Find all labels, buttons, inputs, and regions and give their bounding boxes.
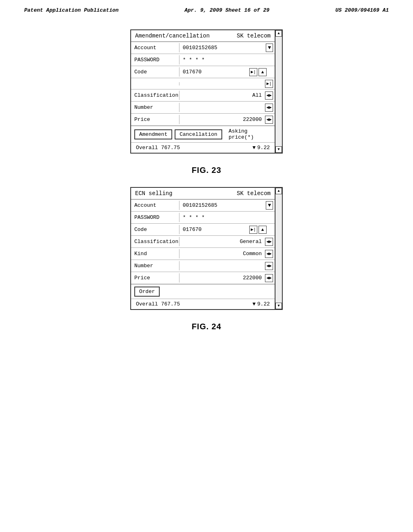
fig24-overall-right: ▼ 9.22 <box>252 301 270 307</box>
fig23-spacer-controls: ►| <box>265 80 275 88</box>
fig23-account-dropdown[interactable]: ▼ <box>266 44 273 52</box>
fig23-brand: SK telecom <box>237 33 271 39</box>
fig24-account-row: Account 00102152685 ▼ <box>131 200 275 212</box>
fig23-classification-label: Classification <box>131 91 179 100</box>
fig23-password-value: * * * * <box>179 55 275 64</box>
fig24-overall-value: 9.22 <box>257 301 270 307</box>
fig24-number-row: Number ◄► <box>131 260 275 272</box>
fig23-classification-controls: ◄► <box>265 91 275 100</box>
fig23-overall-value: 9.22 <box>257 145 270 151</box>
fig23-scroll-up-btn[interactable]: ▲ <box>275 30 282 37</box>
fig24-code-skip-btn[interactable]: ►| <box>249 226 257 234</box>
fig24-code-row: Code 017670 ►| ▲ <box>131 224 275 236</box>
fig24-scroll-down-btn[interactable]: ▼ <box>275 303 282 309</box>
fig23-number-row: Number ◄► <box>131 102 275 114</box>
fig24-action-row: Order <box>131 284 275 299</box>
fig24-label: FIG. 24 <box>192 322 221 331</box>
fig24-classification-row: Classification General ◄► <box>131 236 275 248</box>
fig24-title: ECN selling <box>135 190 172 197</box>
fig24-scroll-up-btn[interactable]: ▲ <box>275 188 282 194</box>
fig23-classification-row: Classification All ◄► <box>131 89 275 102</box>
fig23-code-extras: ►| ▲ <box>249 68 267 76</box>
fig24-overall-down-icon: ▼ <box>252 301 256 307</box>
fig23-classification-value: All <box>179 91 265 100</box>
fig23-code-skip-btn[interactable]: ►| <box>249 68 257 76</box>
fig23-price-lr-btn[interactable]: ◄► <box>265 116 273 124</box>
fig24-classification-controls: ◄► <box>265 238 275 246</box>
fig24-account-label: Account <box>131 201 179 210</box>
header-left: Patent Application Publication <box>24 7 119 13</box>
fig23-spacer-right-btn[interactable]: ►| <box>265 80 273 88</box>
fig24-code-extras: ►| ▲ <box>249 226 267 234</box>
fig24-classification-lr-btn[interactable]: ◄► <box>265 238 273 246</box>
fig24-code-value: 017670 <box>179 225 249 234</box>
fig24-brand: SK telecom <box>237 190 271 197</box>
fig24-account-value: 00102152685 <box>179 201 266 210</box>
fig23-spacer-row: ►| <box>131 78 275 89</box>
fig23-scrollbar: ▲ ▼ <box>275 29 283 154</box>
fig24-price-controls: ◄► <box>265 274 275 282</box>
dropdown-arrow-icon: ▼ <box>268 45 271 51</box>
fig24-code-label: Code <box>131 225 179 234</box>
fig24-code-up-btn[interactable]: ▲ <box>259 226 267 234</box>
header-right: US 2009/094169 A1 <box>335 7 389 13</box>
fig23-account-row: Account 00102152685 ▼ <box>131 42 275 54</box>
fig23-overall-down-icon: ▼ <box>252 145 256 151</box>
fig24-number-lr-btn[interactable]: ◄► <box>265 262 273 270</box>
fig23-password-label: PASSWORD <box>131 55 179 64</box>
fig23-action-row: Amendment Cancellation Asking price(*) <box>131 126 275 143</box>
fig23-spacer-label <box>131 82 179 85</box>
fig23-number-value <box>179 106 265 109</box>
fig23-password-row: PASSWORD * * * * <box>131 54 275 66</box>
fig23-spacer-value <box>179 82 265 85</box>
fig24-kind-label: Kind <box>131 249 179 258</box>
fig23-overall-row: Overall 767.75 ▼ 9.22 <box>131 143 275 153</box>
fig24-account-controls: ▼ <box>266 201 275 210</box>
fig24-price-value: 222000 <box>179 273 265 283</box>
fig24-overall-row: Overall 767.75 ▼ 9.22 <box>131 299 275 309</box>
fig23-overall-right: ▼ 9.22 <box>252 145 270 151</box>
fig24-header-row: ECN selling SK telecom <box>131 188 275 200</box>
fig24-number-label: Number <box>131 261 179 270</box>
fig24-panel: ECN selling SK telecom Account 001021526… <box>130 187 275 310</box>
fig23-overall-left: Overall 767.75 <box>136 145 180 151</box>
fig23-number-label: Number <box>131 103 179 112</box>
fig23-header-row: Amendment/cancellation SK telecom <box>131 30 275 42</box>
fig23-price-controls: ◄► <box>265 116 275 124</box>
fig23-price-label: Price <box>131 115 179 124</box>
fig24-number-controls: ◄► <box>265 262 275 270</box>
fig23-code-up-btn[interactable]: ▲ <box>259 68 267 76</box>
fig23-account-controls: ▼ <box>266 44 275 52</box>
fig24-price-lr-btn[interactable]: ◄► <box>265 274 273 282</box>
fig24-classification-value: General <box>179 237 265 246</box>
fig23-code-label: Code <box>131 67 179 77</box>
fig23-number-lr-btn[interactable]: ◄► <box>265 104 273 112</box>
fig23-panel-outer: Amendment/cancellation SK telecom Accoun… <box>130 29 283 154</box>
fig24-account-dropdown[interactable]: ▼ <box>266 201 273 210</box>
fig23-price-row: Price 222000 ◄► <box>131 114 275 126</box>
fig24-kind-controls: ◄► <box>265 250 275 258</box>
fig24-price-label: Price <box>131 273 179 283</box>
fig23-amendment-btn[interactable]: Amendment <box>134 129 172 139</box>
fig23-code-value: 017670 <box>179 67 249 77</box>
fig23-code-row: Code 017670 ►| ▲ <box>131 66 275 78</box>
fig23-price-value: 222000 <box>179 115 265 124</box>
page-header: Patent Application Publication Apr. 9, 2… <box>0 0 413 17</box>
fig23-cancellation-btn[interactable]: Cancellation <box>175 129 222 139</box>
main-content: Amendment/cancellation SK telecom Accoun… <box>0 17 413 343</box>
header-center: Apr. 9, 2009 Sheet 16 of 29 <box>184 7 269 13</box>
fig23-scroll-track <box>275 37 282 146</box>
fig23-classification-lr-btn[interactable]: ◄► <box>265 91 273 100</box>
fig24-password-row: PASSWORD * * * * <box>131 212 275 224</box>
fig24-kind-value: Common <box>179 249 265 258</box>
fig24-order-btn[interactable]: Order <box>134 287 160 297</box>
fig23-scroll-down-btn[interactable]: ▼ <box>275 146 282 153</box>
fig24-classification-label: Classification <box>131 237 179 246</box>
fig23-panel: Amendment/cancellation SK telecom Accoun… <box>130 29 275 154</box>
fig24-password-label: PASSWORD <box>131 213 179 222</box>
fig24-number-value <box>179 264 265 268</box>
fig24-scroll-track <box>275 194 282 303</box>
fig23-account-label: Account <box>131 43 179 52</box>
fig24-kind-row: Kind Common ◄► <box>131 248 275 260</box>
fig24-kind-lr-btn[interactable]: ◄► <box>265 250 273 258</box>
